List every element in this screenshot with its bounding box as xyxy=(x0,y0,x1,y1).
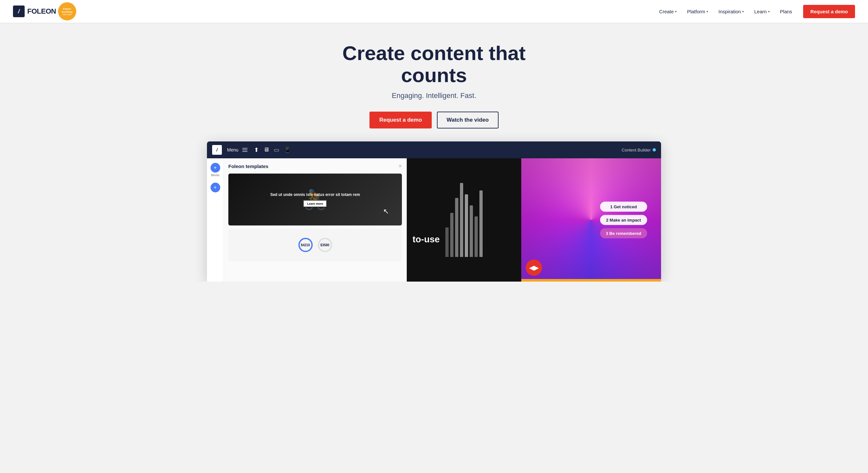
templates-header: Foleon templates × xyxy=(228,163,402,170)
circle-ring-1: $4210 xyxy=(299,238,313,252)
logo-text: FOLEON xyxy=(27,7,56,15)
stat-2-value: $3580 xyxy=(320,243,330,247)
play-icon: ◀▶ xyxy=(529,264,539,272)
nav-request-demo-button[interactable]: Request a demo xyxy=(803,5,855,18)
chevron-down-icon: ▾ xyxy=(768,10,770,13)
nav-item-plans[interactable]: Plans xyxy=(776,6,797,17)
desktop-icon[interactable]: 🖥 xyxy=(264,146,269,153)
logo-link[interactable]: / FOLEON xyxy=(13,5,56,17)
plus-circle-icon: + xyxy=(211,163,220,172)
swirl-col: 1 Get noticed 2 Make an impact 3 Be reme… xyxy=(521,158,661,282)
to-use-text: to-use xyxy=(412,234,440,245)
chevron-down-icon: ▾ xyxy=(707,10,708,13)
template-card-2[interactable]: $4210 $3580 xyxy=(228,229,402,261)
play-button[interactable]: ◀▶ xyxy=(526,259,542,276)
upload-icon[interactable]: ⬆ xyxy=(254,146,259,153)
logo-icon: / xyxy=(13,5,25,17)
layers-icon[interactable]: + xyxy=(211,183,220,192)
template-card-overlay: Sed ut unde omnis iste natus error sit t… xyxy=(228,174,402,225)
orange-bar xyxy=(521,279,661,282)
bar-3 xyxy=(455,198,458,257)
academy-badge[interactable]: Foleon Academy Join now! xyxy=(58,2,76,21)
template-card-learn-more[interactable]: Learn more xyxy=(303,200,327,207)
video-col: to-use xyxy=(407,158,521,282)
nav-item-platform[interactable]: Platform ▾ xyxy=(682,6,713,17)
nav-menu: Create ▾ Platform ▾ Inspiration ▾ Learn … xyxy=(655,6,797,17)
tablet-icon[interactable]: ▭ xyxy=(274,146,279,153)
chevron-down-icon: ▾ xyxy=(675,10,677,13)
circle-ring-2: $3580 xyxy=(318,238,332,252)
hero-request-demo-button[interactable]: Request a demo xyxy=(369,112,431,128)
app-builder-label: Content Builder xyxy=(621,148,656,153)
stat-1: $4210 xyxy=(299,238,313,252)
hero-title: Create content that counts xyxy=(320,42,548,86)
labels-overlay: 1 Get noticed 2 Make an impact 3 Be reme… xyxy=(600,202,647,239)
panel-right: to-use ◀▶ 1 Get noticed 2 Make xyxy=(407,158,661,282)
template-card-1[interactable]: 🚴 Sed ut unde omnis iste natus error sit… xyxy=(228,174,402,225)
stat-1-value: $4210 xyxy=(301,243,310,247)
chevron-down-icon: ▾ xyxy=(742,10,744,13)
panel-left: + Blocks + Foleon templat xyxy=(207,158,407,282)
hero-buttons: Request a demo Watch the video xyxy=(320,112,548,128)
badge-title: Foleon Academy xyxy=(58,7,76,13)
hamburger-icon[interactable] xyxy=(242,148,247,152)
bar-4 xyxy=(460,183,463,257)
blocks-icon[interactable]: + Blocks xyxy=(211,163,220,177)
sidebar-strip: + Blocks + xyxy=(207,158,224,282)
bar-7 xyxy=(474,216,478,257)
nav-item-inspiration[interactable]: Inspiration ▾ xyxy=(714,6,748,17)
nav-item-learn[interactable]: Learn ▾ xyxy=(750,6,774,17)
bar-5 xyxy=(465,194,468,257)
app-bar-icons: ⬆ 🖥 ▭ 📱 xyxy=(254,146,291,153)
templates-title: Foleon templates xyxy=(228,163,268,169)
bar-2 xyxy=(450,213,454,257)
cursor-icon: ↖ xyxy=(383,207,389,216)
plus-circle-icon-2: + xyxy=(211,183,220,192)
hero-section: Create content that counts Engaging. Int… xyxy=(0,0,868,282)
app-bar: / Menu ⬆ 🖥 ▭ 📱 Content Builder xyxy=(207,141,661,158)
hero-subtitle: Engaging. Intelligent. Fast. xyxy=(320,92,548,100)
badge-subtitle: Join now! xyxy=(63,13,71,15)
bars-container xyxy=(439,183,489,257)
nav-item-create[interactable]: Create ▾ xyxy=(655,6,681,17)
app-screenshot: / Menu ⬆ 🖥 ▭ 📱 Content Builder xyxy=(207,141,661,282)
label-get-noticed[interactable]: 1 Get noticed xyxy=(600,202,647,212)
close-icon[interactable]: × xyxy=(398,163,402,170)
templates-container: + Blocks + Foleon templat xyxy=(207,158,406,282)
templates-panel: Foleon templates × 🚴 Sed ut unde omnis i… xyxy=(224,158,406,282)
label-be-remembered[interactable]: 3 Be remembered xyxy=(600,228,647,239)
template-card-text: Sed ut unde omnis iste natus error sit t… xyxy=(270,192,360,197)
label-make-impact[interactable]: 2 Make an impact xyxy=(600,215,647,225)
navbar: / FOLEON Foleon Academy Join now! Create… xyxy=(0,0,868,23)
bar-1 xyxy=(445,227,448,257)
hero-watch-video-button[interactable]: Watch the video xyxy=(437,112,499,128)
mobile-icon[interactable]: 📱 xyxy=(284,146,291,153)
bar-8 xyxy=(479,190,483,257)
app-logo: / xyxy=(212,145,222,155)
hero-content: Create content that counts Engaging. Int… xyxy=(314,23,554,141)
bar-6 xyxy=(470,206,473,257)
app-menu-label[interactable]: Menu xyxy=(227,147,239,153)
status-dot xyxy=(653,148,656,152)
app-body: + Blocks + Foleon templat xyxy=(207,158,661,282)
stat-2: $3580 xyxy=(318,238,332,252)
